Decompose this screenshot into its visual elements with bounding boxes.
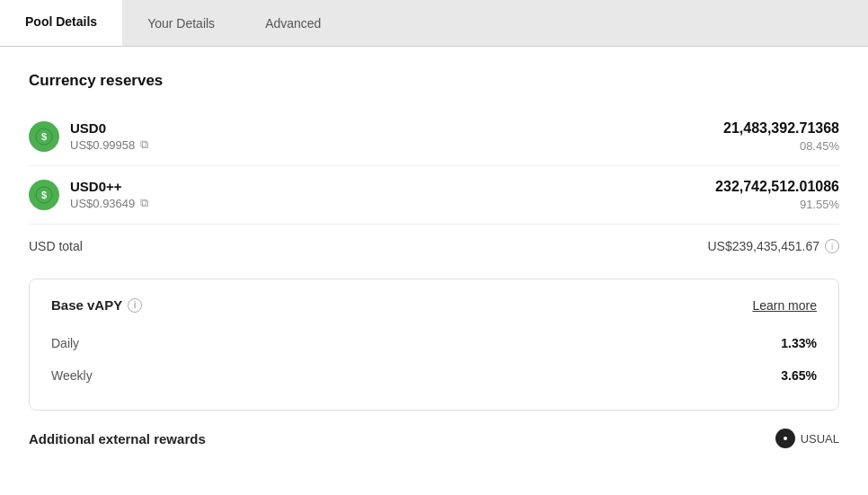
tab-pool-details[interactable]: Pool Details <box>0 0 122 46</box>
svg-text:$: $ <box>41 190 47 200</box>
vapy-value-weekly: 3.65% <box>781 368 817 383</box>
page-container: Pool Details Your Details Advanced Curre… <box>0 0 868 495</box>
currency-percent-usd0pp: 91.55% <box>715 198 839 211</box>
coin-name-usd0pp: USD0++ <box>70 179 148 194</box>
coin-price-value-usd0pp: US$0.93649 <box>70 197 135 210</box>
section-title: Currency reserves <box>29 72 839 90</box>
vapy-row-weekly: Weekly 3.65% <box>51 359 817 392</box>
currency-right-usd0pp: 232,742,512.01086 91.55% <box>715 179 839 211</box>
coin-price-value-usd0: US$0.99958 <box>70 138 135 152</box>
currency-row-usd0pp: $ USD0++ US$0.93649 ⧉ 232,742,512.01086 … <box>29 166 839 225</box>
usual-badge: USUAL <box>775 429 839 448</box>
currency-percent-usd0: 08.45% <box>723 139 839 153</box>
tab-your-details[interactable]: Your Details <box>122 0 240 46</box>
usual-icon <box>775 429 795 448</box>
coin-price-usd0: US$0.99958 ⧉ <box>70 137 148 152</box>
total-row: USD total US$239,435,451.67 i <box>29 225 839 271</box>
vapy-header: Base vAPY i Learn more <box>51 297 817 313</box>
coin-name-usd0: USD0 <box>70 120 148 136</box>
currency-amount-usd0: 21,483,392.71368 <box>723 120 839 137</box>
copy-icon-usd0pp[interactable]: ⧉ <box>140 196 148 210</box>
vapy-info-icon[interactable]: i <box>128 298 142 313</box>
tab-advanced[interactable]: Advanced <box>240 0 346 46</box>
currency-left-usd0: $ USD0 US$0.99958 ⧉ <box>29 120 148 152</box>
coin-info-usd0: USD0 US$0.99958 ⧉ <box>70 120 148 152</box>
vapy-label-daily: Daily <box>51 336 79 350</box>
currency-amount-usd0pp: 232,742,512.01086 <box>715 179 839 195</box>
currency-left-usd0pp: $ USD0++ US$0.93649 ⧉ <box>29 179 148 210</box>
additional-rewards-row: Additional external rewards USUAL <box>29 411 839 448</box>
total-value: US$239,435,451.67 i <box>707 239 839 253</box>
coin-info-usd0pp: USD0++ US$0.93649 ⧉ <box>70 179 148 210</box>
coin-icon-usd0pp: $ <box>29 180 59 210</box>
currency-right-usd0: 21,483,392.71368 08.45% <box>723 120 839 153</box>
total-amount: US$239,435,451.67 <box>707 239 819 253</box>
vapy-row-daily: Daily 1.33% <box>51 327 817 359</box>
currency-row-usd0: $ USD0 US$0.99958 ⧉ 21,483,392.71368 08.… <box>29 108 839 166</box>
total-info-icon[interactable]: i <box>825 239 839 253</box>
total-label: USD total <box>29 239 83 253</box>
learn-more-link[interactable]: Learn more <box>752 298 817 313</box>
coin-price-usd0pp: US$0.93649 ⧉ <box>70 196 148 210</box>
vapy-value-daily: 1.33% <box>781 336 817 350</box>
vapy-card: Base vAPY i Learn more Daily 1.33% Weekl… <box>29 278 839 411</box>
tab-bar: Pool Details Your Details Advanced <box>0 0 868 47</box>
main-content: Currency reserves $ USD0 US$0.99958 ⧉ <box>0 47 868 495</box>
vapy-title-text: Base vAPY <box>51 297 122 313</box>
vapy-title: Base vAPY i <box>51 297 142 313</box>
coin-icon-usd0: $ <box>29 121 59 152</box>
svg-point-5 <box>784 437 787 440</box>
usual-badge-label: USUAL <box>801 432 839 446</box>
svg-text:$: $ <box>41 131 47 142</box>
vapy-label-weekly: Weekly <box>51 368 93 383</box>
copy-icon-usd0[interactable]: ⧉ <box>140 137 148 152</box>
additional-label: Additional external rewards <box>29 431 206 446</box>
